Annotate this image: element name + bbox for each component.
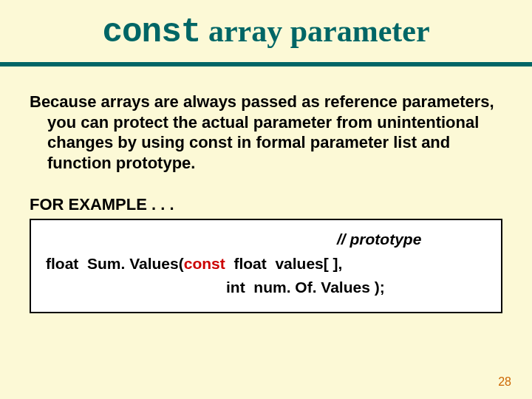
code-box: // prototype float Sum. Values(const flo…: [30, 219, 502, 313]
code-comment: // prototype: [41, 228, 491, 252]
body-paragraph: Because arrays are always passed as refe…: [0, 66, 532, 173]
const-keyword: const: [184, 255, 225, 272]
example-label: FOR EXAMPLE . . .: [0, 173, 532, 214]
page-number: 28: [498, 375, 511, 389]
code-line-1: float Sum. Values(const float values[ ],: [41, 252, 491, 276]
code-line1-a: float Sum. Values(: [46, 255, 184, 272]
code-line-2: int num. Of. Values );: [41, 276, 491, 300]
code-line1-b: float values[ ],: [225, 255, 343, 272]
title-keyword: const: [102, 13, 200, 52]
body-paragraph-text: Because arrays are always passed as refe…: [30, 92, 502, 173]
slide-title: const array parameter: [0, 0, 532, 58]
title-rest: array parameter: [200, 14, 429, 48]
